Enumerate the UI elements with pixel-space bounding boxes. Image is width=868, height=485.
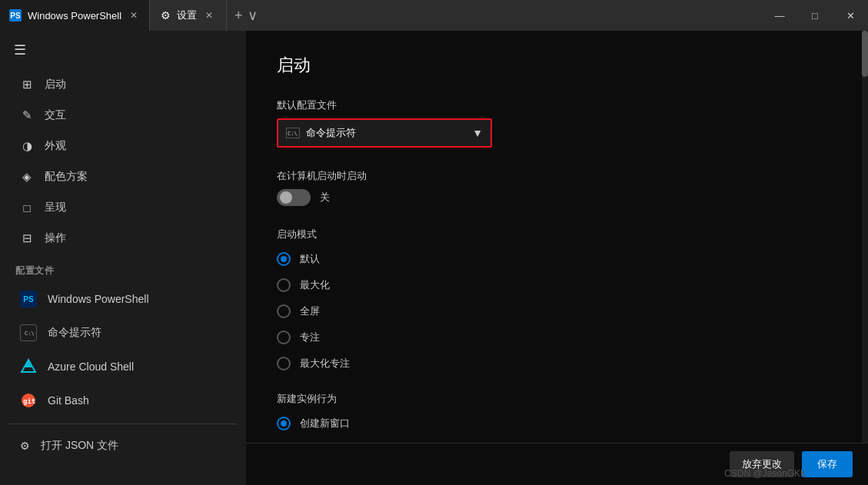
startup-toggle[interactable] (277, 189, 311, 206)
watermark: CSDN @JasonGKK (724, 468, 806, 479)
radio-circle-maximize (277, 278, 291, 292)
interaction-icon: ✎ (20, 108, 34, 122)
sidebar-item-rendering[interactable]: □ 呈现 (5, 193, 241, 222)
radio-label-maxfocus: 最大化专注 (300, 357, 350, 370)
startup-mode-radio-group: 默认 最大化 全屏 专注 (277, 252, 837, 370)
sidebar-appearance-label: 外观 (45, 139, 66, 153)
radio-circle-default (277, 252, 291, 266)
dropdown-cmd-icon: C:\ (286, 128, 300, 138)
radio-circle-fullscreen (277, 304, 291, 318)
sidebar-item-appearance[interactable]: ◑ 外观 (5, 131, 241, 161)
gitbash-profile-label: Git Bash (48, 394, 89, 407)
powershell-icon: PS (9, 9, 22, 22)
sidebar-item-cmd[interactable]: C:\ 命令提示符 (5, 317, 241, 349)
sidebar-divider (9, 424, 237, 424)
startup-toggle-row: 关 (277, 189, 837, 206)
scroll-thumb[interactable] (862, 31, 868, 77)
radio-item-focus[interactable]: 专注 (277, 331, 837, 344)
radio-label-focus: 专注 (300, 331, 320, 344)
radio-label-newwindow: 创建新窗口 (300, 417, 350, 430)
sidebar-item-colorscheme[interactable]: ◈ 配色方案 (5, 162, 241, 191)
scroll-indicator (862, 31, 868, 443)
sidebar-item-actions[interactable]: ⊟ 操作 (5, 224, 241, 253)
svg-text:git: git (23, 397, 35, 405)
radio-item-default[interactable]: 默认 (277, 252, 837, 266)
toggle-state-label: 关 (320, 191, 330, 204)
git-profile-icon: git (20, 392, 37, 409)
radio-item-newwindow[interactable]: 创建新窗口 (277, 417, 837, 430)
svg-text:C:\: C:\ (288, 131, 298, 137)
radio-label-default: 默认 (300, 252, 320, 266)
window-controls: — □ ✕ (762, 0, 868, 31)
radio-item-maximize[interactable]: 最大化 (277, 278, 837, 292)
sidebar: ☰ ⊞ 启动 ✎ 交互 ◑ 外观 ◈ 配色方案 □ 呈现 (0, 31, 246, 485)
powershell-tab-label: Windows PowerShell (28, 10, 121, 22)
radio-circle-newwindow (277, 417, 291, 430)
svg-text:C:\: C:\ (25, 331, 34, 337)
open-json-label: 打开 JSON 文件 (41, 439, 118, 453)
sidebar-item-interaction[interactable]: ✎ 交互 (5, 101, 241, 130)
default-profile-label: 默认配置文件 (277, 98, 837, 112)
colorscheme-icon: ◈ (20, 170, 34, 184)
open-json-button[interactable]: ⚙ 打开 JSON 文件 (5, 431, 241, 460)
startup-mode-label: 启动模式 (277, 228, 837, 241)
sidebar-rendering-label: 呈现 (45, 201, 66, 214)
azure-profile-label: Azure Cloud Shell (48, 360, 134, 373)
startup-label: 在计算机启动时启动 (277, 169, 837, 183)
cmd-profile-icon: C:\ (20, 324, 37, 341)
cmd-profile-label: 命令提示符 (48, 326, 101, 340)
radio-circle-focus (277, 331, 291, 344)
new-tab-button[interactable]: + (234, 8, 243, 24)
menu-hamburger-icon[interactable]: ☰ (0, 31, 246, 69)
json-icon: ⚙ (20, 440, 30, 452)
settings-panel: 启动 默认配置文件 C:\ 命令提示符 ▼ (246, 31, 868, 443)
actions-icon: ⊟ (20, 231, 34, 245)
sidebar-item-gitbash[interactable]: git Git Bash (5, 384, 241, 417)
new-instance-radio-group: 创建新窗口 (277, 417, 837, 430)
sidebar-interaction-label: 交互 (45, 108, 66, 122)
settings-tab-label: 设置 (177, 8, 197, 22)
sidebar-actions-label: 操作 (45, 231, 66, 245)
settings-tab[interactable]: ⚙ 设置 ✕ (150, 0, 227, 31)
dropdown-chevron-icon: ▼ (472, 127, 483, 139)
sidebar-item-startup[interactable]: ⊞ 启动 (5, 70, 241, 99)
minimize-button[interactable]: — (762, 0, 797, 31)
toggle-knob (280, 191, 292, 204)
maximize-button[interactable]: □ (797, 0, 833, 31)
sidebar-item-azure[interactable]: Azure Cloud Shell (5, 350, 241, 383)
radio-circle-maxfocus (277, 357, 291, 370)
save-button[interactable]: 保存 (802, 451, 853, 477)
sidebar-colorscheme-label: 配色方案 (45, 170, 88, 184)
new-instance-label: 新建实例行为 (277, 392, 837, 406)
window-body: ☰ ⊞ 启动 ✎ 交互 ◑ 外观 ◈ 配色方案 □ 呈现 (0, 31, 868, 485)
tab-dropdown-button[interactable]: ∨ (248, 7, 258, 24)
radio-item-fullscreen[interactable]: 全屏 (277, 304, 837, 318)
default-profile-dropdown-wrapper: C:\ 命令提示符 ▼ (277, 118, 492, 148)
default-profile-dropdown[interactable]: C:\ 命令提示符 ▼ (277, 118, 492, 148)
startup-icon: ⊞ (20, 78, 34, 91)
radio-label-maximize: 最大化 (300, 278, 330, 292)
radio-item-maxfocus[interactable]: 最大化专注 (277, 357, 837, 370)
settings-tab-close[interactable]: ✕ (203, 9, 215, 22)
powershell-tab[interactable]: PS Windows PowerShell ✕ (0, 0, 150, 31)
settings-gear-icon: ⚙ (161, 9, 171, 22)
rendering-icon: □ (20, 201, 34, 214)
profiles-section-label: 配置文件 (0, 254, 246, 282)
settings-title: 启动 (277, 54, 837, 77)
sidebar-startup-label: 启动 (45, 78, 66, 91)
sidebar-item-powershell[interactable]: PS Windows PowerShell (5, 283, 241, 315)
appearance-icon: ◑ (20, 139, 34, 153)
tab-controls: + ∨ (227, 7, 265, 24)
title-bar: PS Windows PowerShell ✕ ⚙ 设置 ✕ + ∨ — □ ✕ (0, 0, 868, 31)
radio-label-fullscreen: 全屏 (300, 304, 320, 318)
powershell-profile-icon: PS (20, 291, 37, 307)
powershell-profile-label: Windows PowerShell (48, 293, 149, 305)
azure-profile-icon (20, 358, 37, 375)
dropdown-selected-value: 命令提示符 (306, 126, 356, 140)
close-button[interactable]: ✕ (833, 0, 868, 31)
powershell-tab-close[interactable]: ✕ (128, 9, 140, 22)
